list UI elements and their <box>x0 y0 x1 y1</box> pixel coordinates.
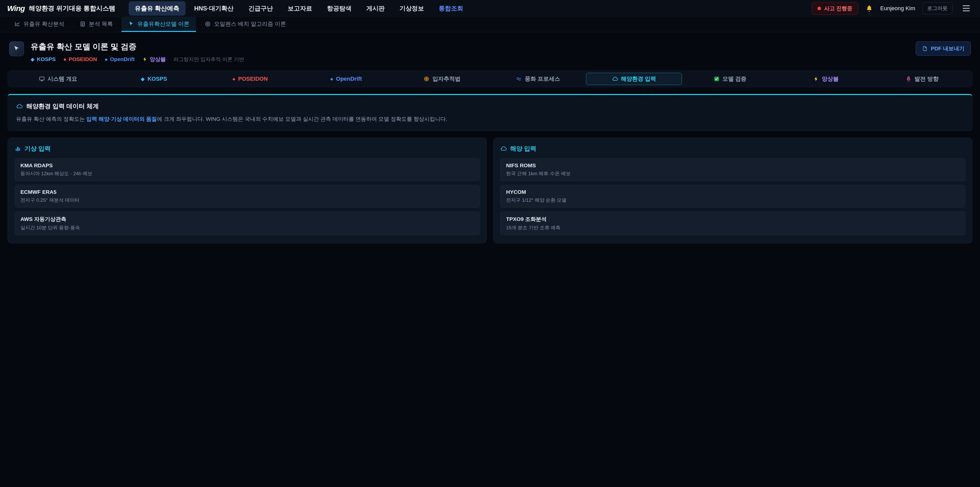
target-icon <box>423 76 430 82</box>
list-item: KMA RDAPS 동아시아 12km 해상도 · 24h 예보 <box>14 158 480 181</box>
page-icon-box <box>9 42 24 56</box>
dataset-desc: 15개 분조 기반 조류 예측 <box>506 225 959 231</box>
dataset-name: KMA RDAPS <box>21 163 474 169</box>
nav-item-reports[interactable]: 보고자료 <box>282 1 318 16</box>
diamond-icon: ◆ <box>30 56 35 62</box>
subtab-analysis-list[interactable]: 분석 목록 <box>73 17 119 32</box>
diamond-icon: ◆ <box>141 76 145 82</box>
dot-icon: ● <box>330 76 333 82</box>
tab-poseidon[interactable]: ● POSEIDON <box>202 73 298 85</box>
list-item: TPXO9 조화분석 15개 분조 기반 조류 예측 <box>500 211 966 235</box>
list-item: AWS 자동기상관측 실시간 10분 단위 풍향·풍속 <box>14 211 480 235</box>
incident-status-label: 사고 진행중 <box>824 5 853 12</box>
list-item: HYCOM 전지구 1/12° 해양 순환 모델 <box>500 185 966 208</box>
tab-future-direction[interactable]: 발전 방향 <box>874 73 970 85</box>
page-title-block: 유출유 확산 모델 이론 및 검증 ◆ KOSPS ● POSEIDON ● O… <box>30 42 244 63</box>
tab-model-validation[interactable]: 모델 검증 <box>682 73 778 85</box>
dataset-name: TPXO9 조화분석 <box>506 216 959 223</box>
panel-description: 유출유 확산 예측의 정확도는 입력 해양·기상 데이터의 품질에 크게 좌우됩… <box>16 115 964 123</box>
panel-title: 해양환경 입력 데이터 체계 <box>16 102 964 110</box>
hamburger-icon[interactable] <box>959 3 973 14</box>
app-title: 해양환경 위기대응 통합시스템 <box>29 4 115 13</box>
main-nav: 유출유 확산예측 HNS·대기확산 긴급구난 보고자료 항공탐색 게시판 기상정… <box>129 1 469 16</box>
incident-status-badge[interactable]: 사고 진행중 <box>811 2 858 15</box>
subtab-spill-analysis[interactable]: 유출유 확산분석 <box>8 17 71 32</box>
dataset-desc: 한국 근해 1km 해류·수온 예보 <box>506 170 959 177</box>
sub-tab-bar: 유출유 확산분석 분석 목록 유출유확산모델 이론 오일펜스 배치 알고리즘 이… <box>0 17 980 32</box>
ocean-input-card: 해양 입력 NIFS ROMS 한국 근해 1km 해류·수온 예보 HYCOM… <box>493 138 972 243</box>
logout-button[interactable]: 로그아웃 <box>922 2 953 14</box>
page-header: 유출유 확산 모델 이론 및 검증 ◆ KOSPS ● POSEIDON ● O… <box>0 32 980 67</box>
dot-icon: ● <box>63 56 66 62</box>
subtab-label: 분석 목록 <box>89 20 113 28</box>
cloud-icon <box>500 145 507 152</box>
subtab-label: 유출유확산모델 이론 <box>137 20 189 28</box>
subtab-label: 유출유 확산분석 <box>24 20 64 28</box>
input-data-cards: 기상 입력 KMA RDAPS 동아시아 12km 해상도 · 24h 예보 E… <box>8 138 972 243</box>
nav-item-emergency-rescue[interactable]: 긴급구난 <box>242 1 279 16</box>
page-title: 유출유 확산 모델 이론 및 검증 <box>30 42 244 52</box>
marine-env-input-panel: 해양환경 입력 데이터 체계 유출유 확산 예측의 정확도는 입력 해양·기상 … <box>8 94 972 131</box>
list-item: NIFS ROMS 한국 근해 1km 해류·수온 예보 <box>500 158 966 181</box>
dataset-desc: 전지구 0.25° 재분석 데이터 <box>21 197 474 204</box>
dataset-name: HYCOM <box>506 189 959 195</box>
dot-icon: ● <box>232 76 235 82</box>
top-bar: Wing 해양환경 위기대응 통합시스템 유출유 확산예측 HNS·대기확산 긴… <box>0 0 980 17</box>
cloud-icon <box>612 76 618 82</box>
nav-item-integrated-search[interactable]: 통합조회 <box>433 1 469 16</box>
wave-icon <box>516 76 522 82</box>
section-tab-bar: 시스템 개요 ◆ KOSPS ● POSEIDON ● OpenDrift 입자… <box>8 70 972 87</box>
tab-system-overview[interactable]: 시스템 개요 <box>10 73 106 85</box>
nav-item-board[interactable]: 게시판 <box>360 1 391 16</box>
dataset-desc: 동아시아 12km 해상도 · 24h 예보 <box>21 170 474 177</box>
pen-nib-icon <box>128 21 134 27</box>
nav-item-oil-spill-prediction[interactable]: 유출유 확산예측 <box>129 1 186 16</box>
bell-icon[interactable] <box>865 5 873 12</box>
nav-item-hns-diffusion[interactable]: HNS·대기확산 <box>188 1 240 16</box>
opendrift-badge: ● OpenDrift <box>105 56 135 62</box>
poseidon-badge: ● POSEIDON <box>63 56 97 62</box>
nav-item-weather-info[interactable]: 기상정보 <box>393 1 430 16</box>
dataset-name: ECMWF ERA5 <box>21 189 474 195</box>
subtab-model-theory[interactable]: 유출유확산모델 이론 <box>121 17 196 32</box>
bolt-icon <box>813 76 819 82</box>
subtab-oil-fence-algorithm[interactable]: 오일펜스 배치 알고리즘 이론 <box>198 17 293 32</box>
document-list-icon <box>80 21 86 27</box>
line-chart-icon <box>14 21 21 27</box>
tab-opendrift[interactable]: ● OpenDrift <box>298 73 394 85</box>
disc-icon <box>205 21 211 27</box>
subtab-label: 오일펜스 배치 알고리즘 이론 <box>214 20 286 28</box>
pen-nib-icon <box>13 45 21 53</box>
tab-ensemble[interactable]: 앙상블 <box>778 73 874 85</box>
dataset-name: AWS 자동기상관측 <box>21 216 474 223</box>
tab-marine-env-input[interactable]: 해양환경 입력 <box>586 73 682 85</box>
check-square-icon <box>714 76 720 82</box>
bar-chart-icon <box>14 145 21 152</box>
highlighted-text: 입력 해양·기상 데이터의 품질 <box>86 116 157 122</box>
tab-weathering-process[interactable]: 풍화 프로세스 <box>490 73 586 85</box>
tab-particle-tracking[interactable]: 입자추적법 <box>394 73 490 85</box>
bolt-icon <box>142 57 148 62</box>
nav-item-aerial-search[interactable]: 항공탐색 <box>321 1 358 16</box>
user-name: Eunjeong Kim <box>880 5 915 12</box>
list-item: ECMWF ERA5 전지구 0.25° 재분석 데이터 <box>14 185 480 208</box>
top-right-controls: 사고 진행중 Eunjeong Kim 로그아웃 <box>811 2 973 15</box>
rocket-icon <box>905 76 912 82</box>
ocean-card-title: 해양 입력 <box>500 145 966 153</box>
wing-logo: Wing <box>7 4 25 13</box>
tab-kosps[interactable]: ◆ KOSPS <box>106 73 202 85</box>
ensemble-badge: 앙상블 <box>142 56 166 63</box>
kosps-badge: ◆ KOSPS <box>30 56 56 62</box>
dataset-desc: 실시간 10분 단위 풍향·풍속 <box>21 225 474 231</box>
model-badge-row: ◆ KOSPS ● POSEIDON ● OpenDrift 앙상블 라그랑지안… <box>30 56 244 63</box>
dataset-desc: 전지구 1/12° 해양 순환 모델 <box>506 197 959 204</box>
dot-icon: ● <box>105 56 108 62</box>
cloud-icon <box>16 103 23 110</box>
weather-input-card: 기상 입력 KMA RDAPS 동아시아 12km 해상도 · 24h 예보 E… <box>8 138 487 243</box>
weather-card-title: 기상 입력 <box>14 145 480 153</box>
incident-dot-icon <box>818 6 821 10</box>
monitor-icon <box>39 76 45 82</box>
page-subtitle: 라그랑지안 입자추적 이론 기반 <box>173 56 244 63</box>
dataset-name: NIFS ROMS <box>506 163 959 169</box>
pdf-export-button[interactable]: PDF 내보내기 <box>916 42 971 56</box>
